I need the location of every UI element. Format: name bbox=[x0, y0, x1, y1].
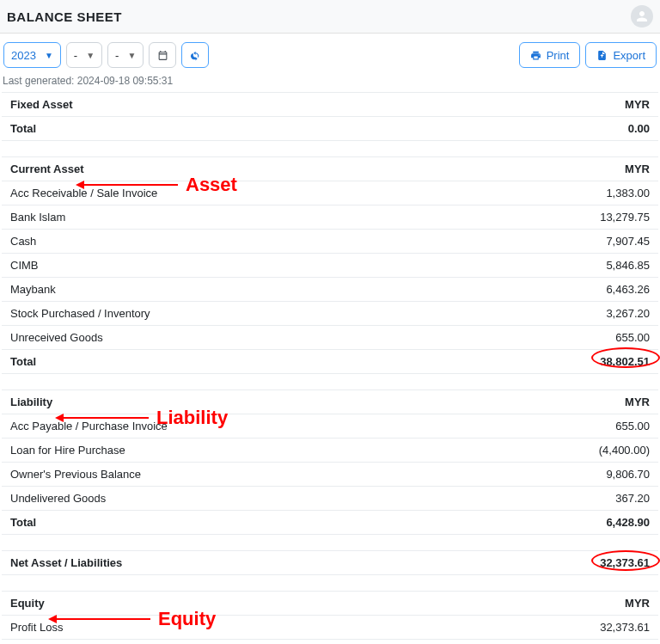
net-label: Net Asset / Liabilities bbox=[10, 556, 122, 569]
total-label: Total bbox=[10, 516, 36, 529]
table-row: Maybank6,463.26 bbox=[2, 278, 658, 302]
current-asset-total: Total 38,802.51 bbox=[2, 350, 658, 374]
export-button-label: Export bbox=[613, 49, 645, 62]
chevron-down-icon: ▼ bbox=[86, 51, 95, 60]
table-row: Cash7,907.45 bbox=[2, 230, 658, 254]
current-asset-header: Current Asset MYR bbox=[2, 156, 658, 181]
filter-select-2-value: - bbox=[115, 49, 119, 62]
table-row: CIMB5,846.85 bbox=[2, 254, 658, 278]
row-label: Unreceived Goods bbox=[10, 331, 103, 344]
currency-label: MYR bbox=[625, 396, 650, 408]
table-row: Retain Earning0.00 bbox=[2, 640, 658, 644]
liability-total: Total 6,428.90 bbox=[2, 511, 658, 535]
table-row: Unreceived Goods655.00 bbox=[2, 326, 658, 350]
table-row: Stock Purchased / Inventory3,267.20 bbox=[2, 302, 658, 326]
row-value: 1,383.00 bbox=[606, 187, 650, 199]
row-label: CIMB bbox=[10, 259, 39, 272]
last-generated: Last generated: 2024-09-18 09:55:31 bbox=[0, 73, 660, 92]
export-button[interactable]: Export bbox=[585, 42, 657, 68]
report-body: Fixed Asset MYR Total 0.00 Current Asset… bbox=[0, 92, 660, 644]
table-row: Owner's Previous Balance9,806.70 bbox=[2, 463, 658, 487]
row-value: 655.00 bbox=[615, 331, 650, 344]
refresh-button[interactable] bbox=[181, 42, 209, 68]
section-label: Current Asset bbox=[10, 163, 83, 175]
total-value: 38,802.51 bbox=[600, 355, 650, 368]
equity-header: Equity MYR bbox=[2, 591, 658, 616]
filter-select-1-value: - bbox=[74, 49, 77, 62]
row-value: 6,463.26 bbox=[606, 283, 650, 296]
filter-select-1[interactable]: - ▼ bbox=[66, 42, 102, 68]
section-label: Liability bbox=[10, 396, 52, 408]
user-icon bbox=[634, 9, 650, 24]
liability-header: Liability MYR bbox=[2, 389, 658, 414]
row-value: (4,400.00) bbox=[599, 444, 650, 457]
year-select-value: 2023 bbox=[11, 49, 36, 62]
currency-label: MYR bbox=[625, 98, 650, 111]
app-header: BALANCE SHEET bbox=[0, 0, 660, 34]
page-title: BALANCE SHEET bbox=[7, 9, 122, 24]
table-row: Bank Islam13,279.75 bbox=[2, 205, 658, 230]
row-value: 3,267.20 bbox=[606, 307, 650, 320]
row-value: 5,846.85 bbox=[606, 259, 650, 272]
row-label: Undelivered Goods bbox=[10, 492, 106, 505]
row-label: Owner's Previous Balance bbox=[10, 468, 141, 481]
row-label: Acc Payable / Purchase Invoice bbox=[10, 420, 168, 432]
row-label: Cash bbox=[10, 235, 36, 248]
table-row: Profit Loss32,373.61 bbox=[2, 616, 658, 640]
net-value: 32,373.61 bbox=[600, 556, 650, 569]
section-label: Fixed Asset bbox=[10, 98, 73, 111]
row-label: Bank Islam bbox=[10, 211, 65, 224]
print-button[interactable]: Print bbox=[519, 42, 581, 68]
row-label: Acc Receivable / Sale Invoice bbox=[10, 187, 157, 199]
filter-select-2[interactable]: - ▼ bbox=[107, 42, 144, 68]
calendar-button[interactable] bbox=[149, 42, 176, 68]
total-value: 6,428.90 bbox=[606, 516, 650, 529]
calendar-icon bbox=[157, 50, 168, 61]
row-label: Maybank bbox=[10, 283, 56, 296]
chevron-down-icon: ▼ bbox=[127, 51, 136, 60]
row-label: Loan for Hire Purchase bbox=[10, 444, 125, 457]
table-row: Undelivered Goods367.20 bbox=[2, 487, 658, 511]
avatar[interactable] bbox=[631, 5, 653, 28]
fixed-asset-header: Fixed Asset MYR bbox=[2, 92, 658, 117]
total-value: 0.00 bbox=[628, 122, 650, 135]
print-icon bbox=[530, 50, 541, 61]
row-label: Stock Purchased / Inventory bbox=[10, 307, 150, 320]
refresh-icon bbox=[190, 50, 201, 61]
total-label: Total bbox=[10, 355, 36, 368]
export-icon bbox=[596, 50, 608, 61]
row-value: 7,907.45 bbox=[606, 235, 650, 248]
chevron-down-icon: ▼ bbox=[45, 51, 53, 60]
row-value: 32,373.61 bbox=[600, 621, 650, 634]
toolbar: 2023 ▼ - ▼ - ▼ Print Export bbox=[0, 34, 660, 73]
fixed-asset-total: Total 0.00 bbox=[2, 117, 658, 141]
table-row: Acc Receivable / Sale Invoice1,383.00 bbox=[2, 181, 658, 205]
row-value: 13,279.75 bbox=[600, 211, 650, 224]
section-label: Equity bbox=[10, 597, 45, 610]
print-button-label: Print bbox=[547, 49, 570, 62]
row-value: 367.20 bbox=[615, 492, 650, 505]
net-asset-liabilities-row: Net Asset / Liabilities 32,373.61 bbox=[2, 550, 658, 575]
total-label: Total bbox=[10, 122, 36, 135]
table-row: Acc Payable / Purchase Invoice655.00 bbox=[2, 414, 658, 439]
row-value: 9,806.70 bbox=[606, 468, 650, 481]
currency-label: MYR bbox=[625, 597, 650, 610]
table-row: Loan for Hire Purchase(4,400.00) bbox=[2, 439, 658, 463]
year-select[interactable]: 2023 ▼ bbox=[3, 42, 61, 68]
row-value: 655.00 bbox=[615, 420, 650, 432]
row-label: Profit Loss bbox=[10, 621, 63, 634]
currency-label: MYR bbox=[625, 163, 650, 175]
